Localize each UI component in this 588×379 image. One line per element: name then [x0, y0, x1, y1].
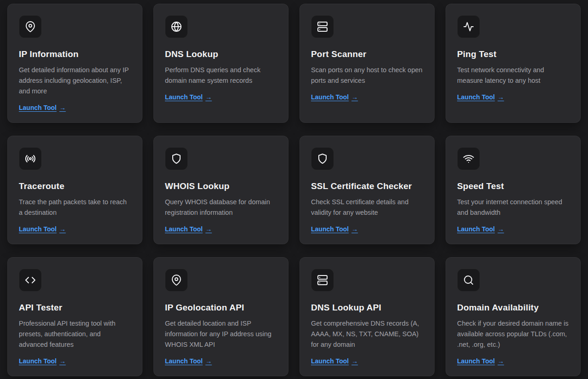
launch-tool-label: Launch Tool — [311, 93, 349, 101]
arrow-right-icon: → — [498, 93, 504, 101]
arrow-right-icon: → — [351, 93, 358, 101]
launch-tool-link[interactable]: Launch Tool→ — [457, 225, 504, 233]
launch-tool-link[interactable]: Launch Tool→ — [165, 357, 212, 365]
launch-tool-label: Launch Tool — [165, 357, 203, 365]
launch-tool-link[interactable]: Launch Tool→ — [19, 225, 66, 233]
arrow-right-icon: → — [205, 93, 212, 101]
launch-tool-label: Launch Tool — [457, 357, 495, 365]
launch-tool-link[interactable]: Launch Tool→ — [19, 357, 66, 365]
card-description: Professional API testing tool with prese… — [19, 318, 131, 350]
tool-card-ping-test: Ping Test Test network connectivity and … — [446, 4, 581, 123]
tool-card-domain-availability: Domain Availability Check if your desire… — [446, 257, 581, 376]
tool-card-traceroute: Traceroute Trace the path packets take t… — [7, 136, 142, 244]
launch-tool-label: Launch Tool — [457, 225, 495, 233]
card-description: Perform DNS queries and check domain nam… — [165, 65, 277, 86]
launch-tool-link[interactable]: Launch Tool→ — [457, 357, 504, 365]
launch-tool-label: Launch Tool — [311, 225, 349, 233]
wifi-icon — [457, 147, 480, 170]
card-title: Port Scanner — [311, 49, 367, 59]
card-description: Check SSL certificate details and validi… — [311, 197, 423, 218]
launch-tool-link[interactable]: Launch Tool→ — [165, 93, 212, 101]
arrow-right-icon: → — [205, 225, 212, 233]
launch-tool-link[interactable]: Launch Tool→ — [165, 225, 212, 233]
map-pin-icon — [19, 15, 42, 38]
card-title: SSL Certificate Checker — [311, 181, 412, 191]
card-title: WHOIS Lookup — [165, 181, 230, 191]
arrow-right-icon: → — [59, 357, 66, 365]
card-title: Domain Availability — [457, 303, 539, 313]
launch-tool-label: Launch Tool — [19, 357, 57, 365]
launch-tool-link[interactable]: Launch Tool→ — [19, 104, 66, 111]
map-pin-icon — [165, 269, 188, 292]
arrow-right-icon: → — [351, 357, 358, 365]
arrow-right-icon: → — [498, 225, 504, 233]
card-title: Ping Test — [457, 49, 497, 59]
card-title: DNS Lookup API — [311, 303, 381, 313]
server-icon — [311, 269, 334, 292]
server-icon — [311, 15, 334, 38]
card-description: Trace the path packets take to reach a d… — [19, 197, 131, 218]
globe-icon — [165, 15, 188, 38]
search-icon — [457, 269, 480, 292]
card-description: Query WHOIS database for domain registra… — [165, 197, 277, 218]
card-description: Test network connectivity and measure la… — [457, 65, 569, 86]
tool-card-dns-lookup-api: DNS Lookup API Get comprehensive DNS rec… — [300, 257, 435, 376]
launch-tool-link[interactable]: Launch Tool→ — [311, 93, 358, 101]
arrow-right-icon: → — [498, 357, 504, 365]
card-title: Traceroute — [19, 181, 64, 191]
tool-card-whois-lookup: WHOIS Lookup Query WHOIS database for do… — [153, 136, 288, 244]
card-description: Get detailed location and ISP informatio… — [165, 318, 277, 350]
card-title: IP Information — [19, 49, 79, 59]
shield-icon — [165, 147, 188, 170]
radio-icon — [19, 147, 42, 170]
card-description: Check if your desired domain name is ava… — [457, 318, 569, 350]
tool-card-speed-test: Speed Test Test your internet connection… — [446, 136, 581, 244]
tool-card-ip-information: IP Information Get detailed information … — [7, 4, 142, 123]
tool-card-dns-lookup: DNS Lookup Perform DNS queries and check… — [153, 4, 288, 123]
card-description: Get detailed information about any IP ad… — [19, 65, 131, 97]
arrow-right-icon: → — [59, 104, 66, 111]
launch-tool-label: Launch Tool — [19, 225, 57, 233]
launch-tool-link[interactable]: Launch Tool→ — [311, 225, 358, 233]
launch-tool-label: Launch Tool — [165, 225, 203, 233]
launch-tool-label: Launch Tool — [457, 93, 495, 101]
activity-icon — [457, 15, 480, 38]
shield-icon — [311, 147, 334, 170]
launch-tool-label: Launch Tool — [19, 104, 57, 111]
card-title: Speed Test — [457, 181, 504, 191]
card-title: API Tester — [19, 303, 62, 313]
launch-tool-label: Launch Tool — [165, 93, 203, 101]
tool-card-ssl-certificate-checker: SSL Certificate Checker Check SSL certif… — [300, 136, 435, 244]
tool-card-ip-geolocation-api: IP Geolocation API Get detailed location… — [153, 257, 288, 376]
arrow-right-icon: → — [59, 225, 66, 233]
launch-tool-link[interactable]: Launch Tool→ — [457, 93, 504, 101]
tools-grid: IP Information Get detailed information … — [0, 0, 588, 379]
card-description: Test your internet connection speed and … — [457, 197, 569, 218]
card-description: Get comprehensive DNS records (A, AAAA, … — [311, 318, 423, 350]
card-title: IP Geolocation API — [165, 303, 244, 313]
launch-tool-link[interactable]: Launch Tool→ — [311, 357, 358, 365]
arrow-right-icon: → — [351, 225, 358, 233]
launch-tool-label: Launch Tool — [311, 357, 349, 365]
tool-card-port-scanner: Port Scanner Scan ports on any host to c… — [300, 4, 435, 123]
code-icon — [19, 269, 42, 292]
tool-card-api-tester: API Tester Professional API testing tool… — [7, 257, 142, 376]
card-title: DNS Lookup — [165, 49, 218, 59]
card-description: Scan ports on any host to check open por… — [311, 65, 423, 86]
arrow-right-icon: → — [205, 357, 212, 365]
